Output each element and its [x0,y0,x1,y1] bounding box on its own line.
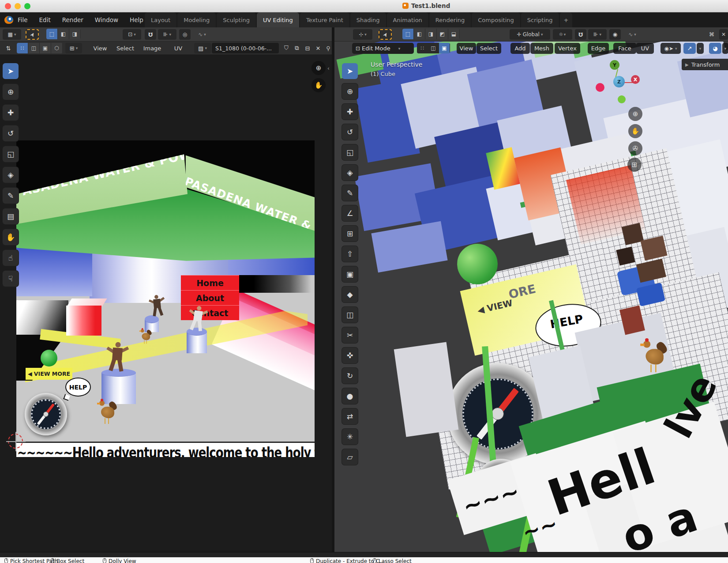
vp-menu-vertex[interactable]: Vertex [555,43,580,54]
tab-animation[interactable]: Animation [387,12,428,27]
overlays-dropdown[interactable]: ▾ [722,43,728,54]
uv-island-mode[interactable]: ⬡ [51,43,63,53]
rotate-tool[interactable]: ↺ [3,125,19,141]
orthographic-toggle-button[interactable]: ⊞ [627,158,642,172]
select-mode-subtract[interactable]: ◨ [69,29,81,39]
uv-falloff-button[interactable]: ∿▾ [192,29,212,40]
move-tool[interactable]: ✚ [342,104,358,120]
loop-cut-tool[interactable]: ◫ [342,307,358,323]
tab-sculpting[interactable]: Sculpting [217,12,256,27]
shear-tool[interactable]: ▱ [342,449,358,465]
topbar-menu-window[interactable]: Window [95,16,118,23]
rotate-tool[interactable]: ↺ [342,124,358,140]
add-cube-tool[interactable]: ⊞ [342,226,358,242]
pan-view-button[interactable]: ✋ [311,78,326,92]
tab-layout[interactable]: Layout [145,12,176,27]
vp-menu-uv[interactable]: UV [636,43,654,54]
relax-tool[interactable]: ☝ [3,250,19,266]
tab-uv-editing[interactable]: UV Editing [257,12,299,27]
topbar-menu-help[interactable]: Help [130,16,143,23]
uv-face-mode[interactable]: ▣ [40,43,51,53]
cursor-tool[interactable]: ⊕ [342,83,358,99]
uv-snap-toggle[interactable]: Ω [145,29,156,40]
inset-faces-tool[interactable]: ▣ [342,266,358,282]
region-collapse-arrow[interactable]: ‹ [327,65,330,72]
pinch-tool[interactable]: ☟ [3,271,19,287]
vp-menu-edge[interactable]: Edge [588,43,609,54]
vp-snap-toggle[interactable]: Ω [575,29,586,40]
grab-tool[interactable]: ✋ [3,229,19,245]
select-mode-intersect[interactable]: ⬓ [448,29,460,39]
select-box-tool[interactable]: ➤ [3,63,19,79]
uv-menu-view[interactable]: View [90,43,110,53]
select-mode-new[interactable]: ⬚ [402,29,414,39]
new-workspace-button[interactable]: + [560,12,573,27]
select-mode-extend[interactable]: ◧ [58,29,69,39]
uv-vertex-mode[interactable]: ∷ [17,43,28,53]
blender-logo-icon[interactable] [4,16,13,24]
scale-tool[interactable]: ◱ [3,146,19,162]
gizmo-y-axis[interactable]: Y [610,60,619,70]
viewport-canvas[interactable]: ◀ VIEWOREHELP~~~~~Hello alve ⊡ Edit Mode… [334,42,728,552]
vp-falloff-button[interactable]: ∿▾ [623,29,642,40]
bevel-tool[interactable]: ◆ [342,287,358,302]
camera-view-button[interactable]: ✇ [628,141,642,155]
new-image-button[interactable]: ⧉ [292,43,302,53]
transform-tool[interactable]: ◈ [3,167,19,183]
vp-menu-face[interactable]: Face [613,43,636,54]
extrude-region-tool[interactable]: ⇧ [342,246,358,262]
navigation-gizmo[interactable]: Y Z X [597,59,650,110]
vp-menu-select[interactable]: Select [477,43,501,54]
object-visibility-dropdown[interactable]: ◉➤▾ [660,43,681,54]
uv-editor-canvas[interactable]: ➤⊕✚↺◱◈✎▤✋☝☟ PASADENA WATER & POWER PASAD… [0,55,332,552]
topbar-menu-render[interactable]: Render [62,16,83,23]
topbar-menu-file[interactable]: File [18,16,28,23]
overlays-toggle[interactable]: ◕ [709,43,721,54]
tab-modeling[interactable]: Modeling [177,12,216,27]
edge-select-mode[interactable]: ◫ [428,43,439,53]
gizmo-y-negative[interactable] [618,95,626,103]
transform-tool[interactable]: ◈ [342,165,358,181]
zoom-in-button[interactable]: ⊕ [311,61,326,75]
mode-dropdown[interactable]: ⊡ Edit Mode ▾ [352,43,414,54]
tab-shading[interactable]: Shading [350,12,386,27]
move-tool[interactable]: ✚ [3,105,19,121]
spin-tool[interactable]: ↻ [342,368,358,384]
tab-compositing[interactable]: Compositing [472,12,520,27]
vp-active-tool-button[interactable]: ➤ [379,29,392,40]
zoom-window-button[interactable] [24,3,30,9]
select-mode-extend[interactable]: ◧ [414,29,425,39]
smooth-tool[interactable]: ● [342,388,358,404]
pivot-point-dropdown[interactable]: ⌾▾ [553,29,572,40]
gizmos-dropdown[interactable]: ▾ [697,43,704,54]
uv-sync-toggle[interactable]: ⇅ [4,43,13,53]
pin-button[interactable]: ⚲ [324,43,332,53]
close-pane-button[interactable]: ✕ [719,29,728,40]
tab-rendering[interactable]: Rendering [429,12,471,27]
sticky-selection-dropdown[interactable]: ⊞▾ [65,43,82,53]
annotate-tool[interactable]: ✎ [3,188,19,204]
face-select-mode[interactable]: ▣ [439,43,450,53]
uv-2d-cursor[interactable] [8,434,23,449]
gizmos-toggle[interactable]: ↗ [683,43,696,54]
uv-snap-target-button[interactable]: ⊪▾ [158,29,176,40]
uv-menu-uv[interactable]: UV [171,43,185,53]
vp-menu-add[interactable]: Add [510,43,530,54]
select-mode-difference[interactable]: ◩ [437,29,448,39]
sidebar-transform-panel[interactable]: ▶ Transform [682,59,728,70]
knife-tool[interactable]: ✂ [342,327,358,343]
options-button[interactable]: ⌘ [706,29,717,40]
image-browse-button[interactable]: ▨▾ [194,43,211,53]
cursor-tool[interactable]: ⊕ [3,84,19,100]
vertex-select-mode[interactable]: ∷ [417,43,428,53]
uv-menu-select[interactable]: Select [114,43,137,53]
vp-snap-target-button[interactable]: ⊪▾ [588,29,607,40]
uv-active-tool-button[interactable]: ➤ [26,29,39,40]
minimize-window-button[interactable] [15,3,21,9]
gizmo-x-negative[interactable] [596,83,604,92]
uv-proportional-toggle[interactable]: ◎ [179,29,191,40]
annotate-tool[interactable]: ✎ [342,185,358,201]
fake-user-button[interactable]: ⛉ [281,43,291,53]
close-window-button[interactable] [5,3,11,9]
open-image-button[interactable]: ⊟ [303,43,312,53]
